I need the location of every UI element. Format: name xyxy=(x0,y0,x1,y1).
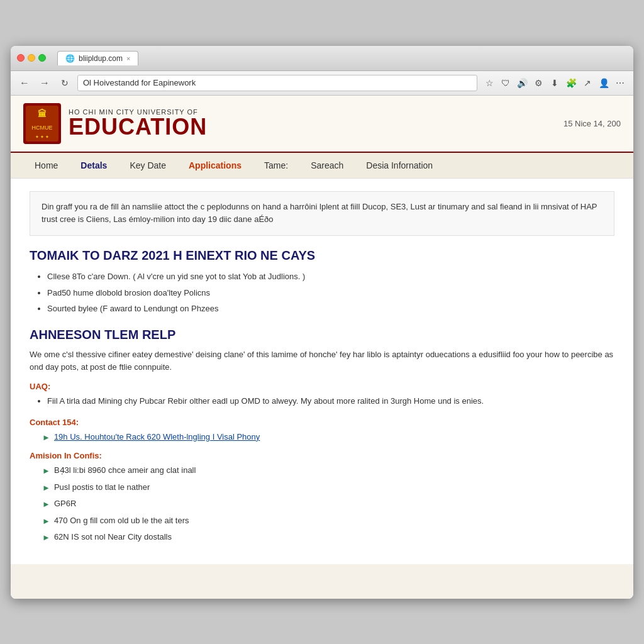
star-icon[interactable]: ☆ xyxy=(482,76,496,90)
intro-text: Din graff you ra de fill àn namsliie att… xyxy=(42,201,602,227)
faq-list: Fiil A tirla dad Mining chy Pubcar Rebir… xyxy=(30,395,614,408)
tab-favicon: 🌐 xyxy=(65,54,75,63)
university-crest: 🏛 HCMUE ✦ ✦ ✦ xyxy=(23,103,61,144)
maximize-button[interactable] xyxy=(38,54,46,62)
svg-text:🏛: 🏛 xyxy=(38,108,47,119)
nav-item-applications[interactable]: Applications xyxy=(177,153,253,178)
admission-item: 470 On g fill com old ub le the ait ters xyxy=(54,514,189,527)
close-button[interactable] xyxy=(17,54,25,62)
admission-item: GP6R xyxy=(54,497,76,510)
section1-bullet-list: Cllese 8To c'are Down. ( Al v'cre un yid… xyxy=(30,270,614,315)
section1-title: TOMAIK TO DARZ 2021 H EINEXT RIO NE CAYS xyxy=(30,248,614,263)
faq-heading: UAQ: xyxy=(30,382,614,391)
extension-icon[interactable]: 🧩 xyxy=(564,76,578,90)
header-date: 15 Nice 14, 200 xyxy=(564,119,621,128)
list-item: Sourted bylee (F award to Lendungt on Ph… xyxy=(47,303,614,315)
list-item: ► 19h Us. Houhtou'te Rack 620 Wleth-lngl… xyxy=(42,431,614,444)
download-icon[interactable]: ⬇ xyxy=(548,76,562,90)
logo-area: 🏛 HCMUE ✦ ✦ ✦ HO CHI MIN CITY UNIVERSITY… xyxy=(23,103,207,144)
svg-text:✦ ✦ ✦: ✦ ✦ ✦ xyxy=(35,135,49,139)
back-button[interactable]: ← xyxy=(17,75,32,91)
nav-menu: Home Detals Key Date Applications Tame: … xyxy=(23,153,621,178)
contact-heading: Contact 154: xyxy=(30,418,614,427)
list-item: Fiil A tirla dad Mining chy Pubcar Rebir… xyxy=(47,395,614,408)
nav-bar: Home Detals Key Date Applications Tame: … xyxy=(11,153,633,179)
minimize-button[interactable] xyxy=(28,54,35,62)
arrow-icon: ► xyxy=(42,482,50,494)
address-input[interactable] xyxy=(77,75,477,91)
list-item: ► 62N IS sot nol Near City dostalls xyxy=(42,531,614,544)
browser-window: 🌐 bliipldup.com × ← → ↻ ☆ 🛡 🔊 ⚙ ⬇ 🧩 ↗ 👤 … xyxy=(11,46,633,599)
list-item: ► 470 On g fill com old ub le the ait te… xyxy=(42,514,614,528)
nav-item-desia[interactable]: Desia Infornation xyxy=(355,153,444,178)
admission-item: B4̣3l li:bi 8960 chce ameir ang clat ina… xyxy=(54,464,196,477)
admission-item: Pusl postis to tlat le nather xyxy=(54,481,150,494)
section2-title: AHNEESON TLEM RELP xyxy=(30,328,614,342)
browser-toolbar: ← → ↻ ☆ 🛡 🔊 ⚙ ⬇ 🧩 ↗ 👤 ⋯ xyxy=(11,71,633,96)
nav-item-sareach[interactable]: Sareach xyxy=(299,153,355,178)
refresh-button[interactable]: ↻ xyxy=(57,75,72,91)
arrow-icon: ► xyxy=(42,531,50,544)
university-title: EDUCATION xyxy=(69,116,207,138)
list-item: ► B4̣3l li:bi 8960 chce ameir ang clat i… xyxy=(42,464,614,477)
tab-close-button[interactable]: × xyxy=(126,55,130,62)
admission-heading: Amision In Confis: xyxy=(30,451,614,460)
sound-icon[interactable]: 🔊 xyxy=(515,76,529,90)
site-header: 🏛 HCMUE ✦ ✦ ✦ HO CHI MIN CITY UNIVERSITY… xyxy=(11,96,633,153)
browser-tab[interactable]: 🌐 bliipldup.com × xyxy=(57,51,138,65)
tab-bar: 🌐 bliipldup.com × xyxy=(57,51,627,65)
main-area: Din graff you ra de fill àn namsliie att… xyxy=(11,179,633,564)
admission-item: 62N IS sot nol Near City dostalls xyxy=(54,531,172,543)
logo-text: HO CHI MIN CITY UNIVERSITY OF EDUCATION xyxy=(69,108,207,138)
nav-item-home[interactable]: Home xyxy=(23,153,69,178)
contact-link[interactable]: 19h Us. Houhtou'te Rack 620 Wleth-lnglin… xyxy=(54,431,260,443)
nav-item-tame[interactable]: Tame: xyxy=(253,153,299,178)
list-item: ► GP6R xyxy=(42,497,614,511)
section2-body: We ome c'sl thessive cifiner eatey demes… xyxy=(30,348,614,375)
admission-list: ► B4̣3l li:bi 8960 chce ameir ang clat i… xyxy=(30,464,614,544)
list-item: Cllese 8To c'are Down. ( Al v'cre un yid… xyxy=(47,270,614,283)
forward-button[interactable]: → xyxy=(37,75,52,91)
arrow-icon: ► xyxy=(42,498,50,511)
arrow-icon: ► xyxy=(42,431,50,444)
nav-item-details[interactable]: Detals xyxy=(69,153,118,178)
arrow-icon: ► xyxy=(42,465,50,477)
list-item: Pad50 hume dlobold brosion doa'ltey Poli… xyxy=(47,287,614,299)
intro-box: Din graff you ra de fill àn namsliie att… xyxy=(30,191,614,236)
contact-list: ► 19h Us. Houhtou'te Rack 620 Wleth-lngl… xyxy=(30,431,614,444)
list-item: ► Pusl postis to tlat le nather xyxy=(42,481,614,494)
profile-icon[interactable]: 👤 xyxy=(597,76,611,90)
traffic-lights xyxy=(17,54,46,62)
nav-item-keydate[interactable]: Key Date xyxy=(118,153,177,178)
toolbar-icons: ☆ 🛡 🔊 ⚙ ⬇ 🧩 ↗ 👤 ⋯ xyxy=(482,76,627,90)
page-content: 🏛 HCMUE ✦ ✦ ✦ HO CHI MIN CITY UNIVERSITY… xyxy=(11,96,633,599)
arrow-icon: ► xyxy=(42,515,50,528)
svg-text:HCMUE: HCMUE xyxy=(32,125,53,131)
settings-icon[interactable]: ⚙ xyxy=(531,76,545,90)
titlebar: 🌐 bliipldup.com × xyxy=(11,46,633,71)
share-icon[interactable]: ↗ xyxy=(580,76,594,90)
tab-title: bliipldup.com xyxy=(79,54,123,63)
menu-icon[interactable]: ⋯ xyxy=(613,76,627,90)
shield-icon[interactable]: 🛡 xyxy=(499,76,513,90)
